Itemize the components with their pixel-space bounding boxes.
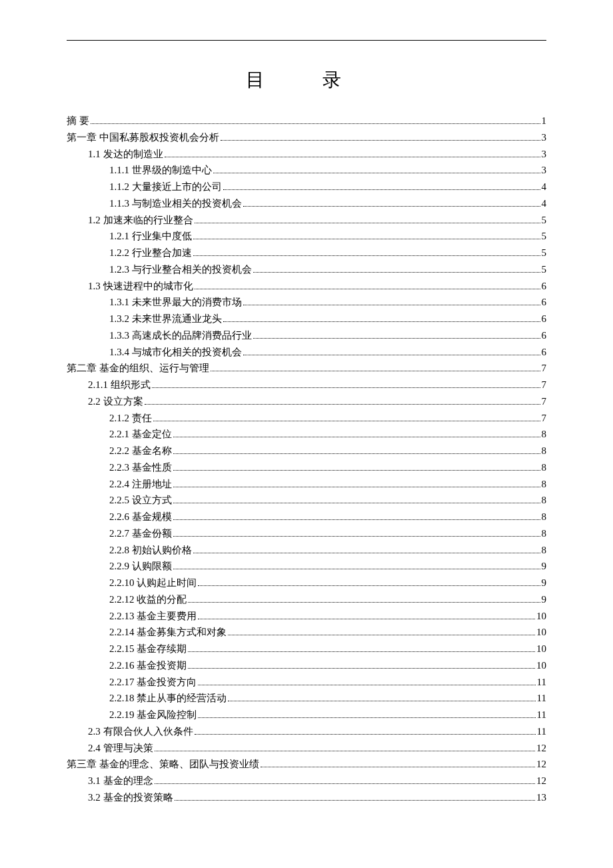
- toc-entry: 2.4 管理与决策12: [67, 740, 546, 757]
- toc-dot-leader: [223, 321, 540, 322]
- toc-entry: 2.2.15 基金存续期10: [67, 641, 546, 657]
- toc-dot-leader: [198, 585, 540, 586]
- toc-dot-leader: [173, 519, 540, 520]
- toc-entry-label: 1.1.2 大量接近上市的公司: [109, 179, 222, 195]
- toc-entry-page: 5: [542, 228, 547, 245]
- toc-entry-label: 2.2.15 基金存续期: [109, 641, 187, 657]
- toc-entry-label: 1.2.3 与行业整合相关的投资机会: [109, 261, 252, 278]
- toc-entry-page: 8: [542, 476, 547, 493]
- toc-entry-label: 2.2.17 基金投资方向: [109, 674, 197, 691]
- toc-entry-label: 第二章 基金的组织、运行与管理: [67, 360, 209, 377]
- toc-entry-page: 3: [542, 129, 547, 146]
- toc-entry: 2.2.3 基金性质 8: [67, 459, 546, 476]
- toc-entry-label: 3.1 基金的理念: [88, 773, 153, 789]
- toc-entry: 3.1 基金的理念 12: [67, 773, 546, 789]
- toc-entry-page: 12: [536, 740, 546, 757]
- toc-entry: 2.2.9 认购限额9: [67, 558, 546, 575]
- toc-entry-page: 3: [542, 146, 547, 163]
- toc-entry-label: 2.1.2 责任: [109, 410, 152, 427]
- toc-entry-page: 12: [536, 756, 546, 773]
- toc-dot-leader: [198, 717, 535, 718]
- toc-dot-leader: [155, 751, 536, 751]
- toc-entry: 2.2 设立方案 7: [67, 393, 546, 410]
- toc-entry-label: 1.2.2 行业整合加速: [109, 245, 192, 261]
- toc-entry-page: 6: [542, 327, 547, 344]
- toc-dot-leader: [198, 619, 535, 619]
- toc-entry-page: 11: [537, 690, 546, 707]
- toc-entry-label: 2.3 有限合伙人入伙条件: [88, 723, 193, 740]
- toc-dot-leader: [173, 569, 540, 569]
- toc-entry-page: 13: [536, 789, 546, 806]
- toc-entry: 2.2.8 初始认购价格8: [67, 542, 546, 559]
- toc-entry-label: 2.2.3 基金性质: [109, 459, 172, 476]
- toc-entry-label: 1.1.3 与制造业相关的投资机会: [109, 195, 242, 212]
- toc-dot-leader: [195, 734, 536, 735]
- toc-entry-label: 2.4 管理与决策: [88, 740, 153, 757]
- toc-entry-label: 1.3.1 未来世界最大的消费市场: [109, 294, 242, 311]
- toc-dot-leader: [188, 602, 540, 603]
- toc-entry-label: 2.2.8 初始认购价格: [109, 542, 192, 559]
- toc-entry-page: 7: [542, 410, 547, 427]
- toc-dot-leader: [173, 470, 540, 471]
- toc-entry-page: 1: [542, 113, 547, 129]
- toc-dot-leader: [145, 404, 540, 405]
- toc-dot-leader: [193, 255, 540, 256]
- toc-entry-page: 7: [542, 360, 547, 377]
- document-page: 目 录 摘 要1第一章 中国私募股权投资机会分析31.1 发达的制造业 31.1…: [67, 40, 546, 806]
- toc-entry-page: 4: [542, 179, 547, 195]
- toc-dot-leader: [173, 437, 540, 437]
- toc-entry: 2.2.10 认购起止时间 9: [67, 575, 546, 591]
- toc-dot-leader: [173, 487, 540, 487]
- toc-entry-page: 10: [536, 641, 546, 657]
- toc-entry-page: 7: [542, 393, 547, 410]
- toc-entry-label: 第三章 基金的理念、策略、团队与投资业绩: [67, 756, 259, 773]
- toc-entry-label: 2.2.4 注册地址: [109, 476, 172, 493]
- toc-entry: 2.1.2 责任7: [67, 410, 546, 427]
- toc-entry: 1.3.4 与城市化相关的投资机会 6: [67, 344, 546, 361]
- toc-entry: 2.2.2 基金名称8: [67, 443, 546, 459]
- toc-entry-label: 1.2.1 行业集中度低: [109, 228, 192, 245]
- toc-entry-label: 1.1.1 世界级的制造中心: [109, 162, 212, 179]
- toc-entry-page: 3: [542, 162, 547, 179]
- table-of-contents: 摘 要1第一章 中国私募股权投资机会分析31.1 发达的制造业 31.1.1 世…: [67, 113, 546, 806]
- toc-entry-page: 8: [542, 443, 547, 459]
- toc-entry: 1.2 加速来临的行业整合 5: [67, 212, 546, 229]
- toc-dot-leader: [173, 453, 540, 454]
- toc-entry-label: 1.3 快速进程中的城市化: [88, 278, 193, 295]
- toc-dot-leader: [153, 421, 540, 421]
- toc-dot-leader: [195, 289, 540, 289]
- toc-entry-label: 2.2.9 认购限额: [109, 558, 172, 575]
- toc-entry-label: 1.3.3 高速成长的品牌消费品行业: [109, 327, 252, 344]
- toc-dot-leader: [243, 355, 540, 355]
- toc-entry-page: 11: [537, 707, 546, 723]
- toc-entry-label: 2.2.14 基金募集方式和对象: [109, 624, 227, 641]
- toc-entry: 1.2.2 行业整合加速 5: [67, 245, 546, 261]
- toc-entry-page: 5: [542, 261, 547, 278]
- toc-entry-page: 6: [542, 344, 547, 361]
- toc-dot-leader: [173, 536, 540, 537]
- toc-entry: 2.3 有限合伙人入伙条件 11: [67, 723, 546, 740]
- toc-entry: 1.1 发达的制造业 3: [67, 146, 546, 163]
- toc-entry: 1.3.3 高速成长的品牌消费品行业6: [67, 327, 546, 344]
- toc-dot-leader: [152, 387, 540, 388]
- toc-dot-leader: [228, 635, 535, 635]
- toc-entry-label: 2.2.13 基金主要费用: [109, 608, 197, 625]
- toc-entry: 第二章 基金的组织、运行与管理7: [67, 360, 546, 377]
- toc-entry: 2.2.4 注册地址8: [67, 476, 546, 493]
- top-horizontal-rule: [67, 40, 546, 41]
- toc-entry: 2.2.5 设立方式8: [67, 492, 546, 509]
- toc-dot-leader: [253, 272, 540, 273]
- toc-entry-page: 8: [542, 542, 547, 559]
- toc-entry: 1.3.1 未来世界最大的消费市场6: [67, 294, 546, 311]
- toc-entry: 2.2.19 基金风险控制11: [67, 707, 546, 723]
- toc-entry: 1.3.2 未来世界流通业龙头6: [67, 311, 546, 327]
- toc-entry: 第三章 基金的理念、策略、团队与投资业绩12: [67, 756, 546, 773]
- toc-dot-leader: [165, 157, 540, 157]
- toc-entry-page: 11: [537, 723, 546, 740]
- toc-dot-leader: [253, 338, 540, 339]
- toc-entry-page: 9: [542, 558, 547, 575]
- toc-dot-leader: [228, 701, 535, 701]
- toc-entry-page: 10: [536, 624, 546, 641]
- toc-entry: 第一章 中国私募股权投资机会分析3: [67, 129, 546, 146]
- toc-dot-leader: [195, 223, 540, 223]
